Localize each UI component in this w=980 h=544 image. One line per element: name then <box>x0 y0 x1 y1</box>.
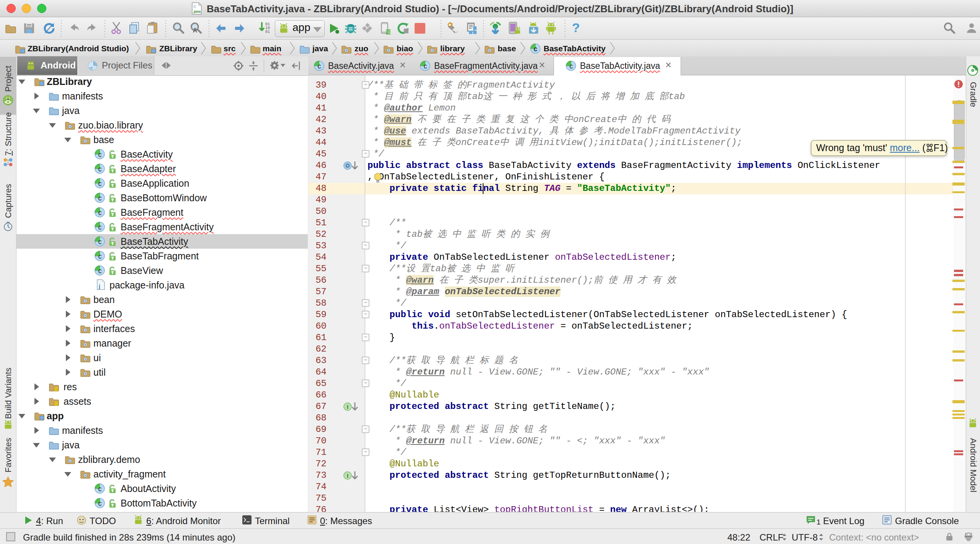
svg-text:.java: .java <box>193 10 201 13</box>
svg-text:01: 01 <box>265 30 270 34</box>
svg-text:I: I <box>347 404 348 410</box>
svg-text:I: I <box>347 472 348 479</box>
svg-text:A: A <box>193 27 197 34</box>
